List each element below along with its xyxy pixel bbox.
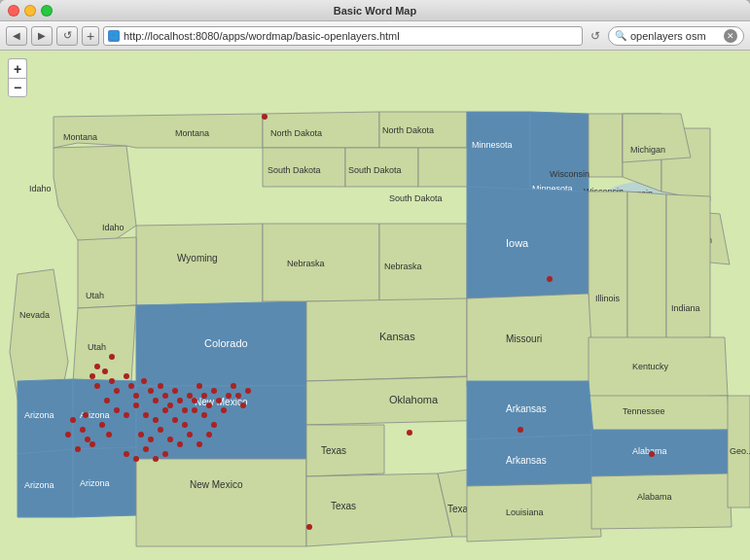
search-bar[interactable]: 🔍 openlayers osm ✕ xyxy=(608,26,744,46)
data-point xyxy=(158,383,163,389)
data-point xyxy=(70,417,76,423)
page-refresh-button[interactable]: ↺ xyxy=(587,27,604,45)
data-point xyxy=(196,383,202,389)
svg-text:Illinois: Illinois xyxy=(595,294,621,303)
data-point xyxy=(547,276,553,282)
svg-text:Iowa: Iowa xyxy=(506,237,529,249)
reload-button[interactable]: ↺ xyxy=(56,26,78,46)
data-point xyxy=(153,398,159,403)
svg-text:Montana: Montana xyxy=(63,132,97,142)
svg-text:Colorado: Colorado xyxy=(204,337,248,349)
minimize-button[interactable] xyxy=(24,5,36,17)
data-point xyxy=(262,114,268,120)
svg-text:Arkansas: Arkansas xyxy=(506,455,547,466)
svg-text:Nevada: Nevada xyxy=(19,310,50,320)
maximize-button[interactable] xyxy=(41,5,53,17)
zoom-out-button[interactable]: − xyxy=(8,78,27,97)
data-point xyxy=(153,417,159,423)
svg-marker-75 xyxy=(666,194,710,340)
svg-text:Texas: Texas xyxy=(331,501,356,511)
data-point xyxy=(124,373,129,379)
data-point xyxy=(158,427,163,433)
data-point xyxy=(182,407,188,413)
search-clear-button[interactable]: ✕ xyxy=(724,29,737,43)
data-point xyxy=(104,398,110,403)
data-point xyxy=(148,388,154,394)
svg-marker-65 xyxy=(623,114,691,162)
data-point xyxy=(162,393,168,399)
svg-marker-11 xyxy=(136,224,263,305)
data-point xyxy=(128,383,134,389)
map-svg: Nevada Idaho Idaho Montana Montana Wyomi… xyxy=(0,51,750,560)
data-point xyxy=(94,364,100,369)
svg-text:Kansas: Kansas xyxy=(379,331,415,342)
svg-marker-73 xyxy=(627,192,666,342)
data-point xyxy=(211,388,217,394)
data-point xyxy=(182,422,188,428)
svg-text:Arkansas: Arkansas xyxy=(506,403,547,414)
data-point xyxy=(106,432,112,438)
svg-text:Arizona: Arizona xyxy=(24,480,54,490)
data-point xyxy=(162,451,168,457)
back-button[interactable]: ◀ xyxy=(6,26,27,46)
url-bar[interactable]: 🌐 http://localhost:8080/apps/wordmap/bas… xyxy=(103,26,583,46)
svg-text:New Mexico: New Mexico xyxy=(190,479,243,490)
data-point xyxy=(231,383,236,389)
svg-text:South Dakota: South Dakota xyxy=(268,165,321,175)
data-point xyxy=(235,393,241,399)
svg-text:North Dakota: North Dakota xyxy=(382,125,434,135)
data-point xyxy=(143,446,149,452)
svg-text:Nebraska: Nebraska xyxy=(384,262,422,271)
data-point xyxy=(518,427,523,433)
svg-text:Indiana: Indiana xyxy=(671,303,700,313)
svg-text:Louisiana: Louisiana xyxy=(506,508,544,517)
svg-text:Oklahoma: Oklahoma xyxy=(389,394,439,405)
data-point xyxy=(109,354,115,360)
svg-text:Arizona: Arizona xyxy=(24,410,54,420)
svg-text:Alabama: Alabama xyxy=(637,492,672,502)
svg-text:Wisconsin: Wisconsin xyxy=(550,169,589,179)
favicon: 🌐 xyxy=(108,30,120,42)
data-point xyxy=(133,456,139,462)
data-point xyxy=(133,402,139,408)
forward-button[interactable]: ▶ xyxy=(31,26,53,46)
data-point xyxy=(148,437,154,442)
data-point xyxy=(65,432,71,438)
svg-marker-57 xyxy=(530,112,589,192)
data-point xyxy=(124,412,129,418)
data-point xyxy=(177,398,183,403)
data-point xyxy=(201,393,207,399)
zoom-in-button[interactable]: + xyxy=(8,58,27,78)
data-point xyxy=(80,427,86,433)
data-point xyxy=(143,412,149,418)
svg-text:Tennessee: Tennessee xyxy=(623,406,665,416)
svg-text:South Dakota: South Dakota xyxy=(348,165,402,175)
data-point xyxy=(167,402,173,408)
data-point xyxy=(114,388,120,394)
svg-text:Idaho: Idaho xyxy=(102,223,125,232)
data-point xyxy=(245,388,251,394)
svg-text:Wyoming: Wyoming xyxy=(177,253,218,263)
close-button[interactable] xyxy=(8,5,19,17)
svg-marker-8 xyxy=(54,114,263,148)
svg-text:Nebraska: Nebraska xyxy=(287,259,325,268)
svg-text:Texas: Texas xyxy=(321,445,346,456)
title-bar: Basic Word Map xyxy=(0,0,750,21)
data-point xyxy=(162,407,168,413)
add-tab-button[interactable]: + xyxy=(82,26,99,46)
data-point xyxy=(94,383,100,389)
data-point xyxy=(109,378,115,384)
toolbar: ◀ ▶ ↺ + 🌐 http://localhost:8080/apps/wor… xyxy=(0,21,750,51)
svg-marker-55 xyxy=(467,112,530,192)
data-point xyxy=(211,422,217,428)
data-point xyxy=(201,412,207,418)
data-point xyxy=(177,441,183,447)
data-point xyxy=(216,398,222,403)
zoom-controls: + − xyxy=(8,58,27,97)
data-point xyxy=(75,446,81,452)
svg-text:Arizona: Arizona xyxy=(80,478,110,488)
data-point xyxy=(206,402,212,408)
data-point xyxy=(306,524,312,530)
data-point xyxy=(133,393,139,399)
map-container[interactable]: Nevada Idaho Idaho Montana Montana Wyomi… xyxy=(0,51,750,560)
